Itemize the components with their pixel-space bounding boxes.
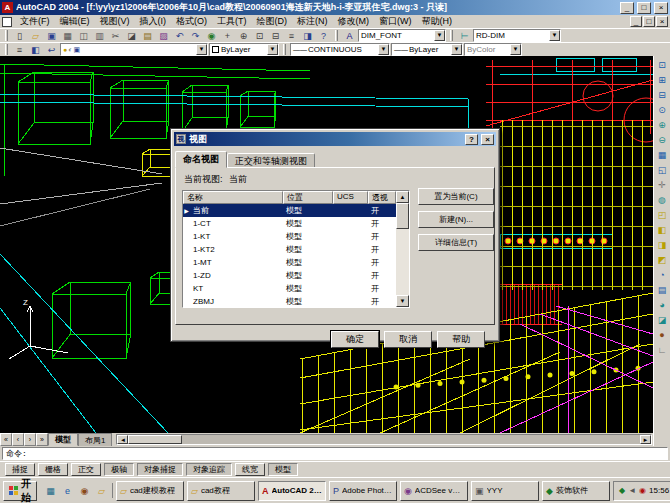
status-toggle-grid[interactable]: 栅格	[38, 463, 68, 476]
zoom-scale-icon[interactable]: ⊟	[655, 87, 670, 102]
ok-button[interactable]: 确定	[331, 331, 379, 348]
dialog-title-bar[interactable]: 视 视图 ? ×	[174, 132, 496, 146]
left-view-icon[interactable]: ◨	[655, 237, 670, 252]
hide-icon[interactable]: ◪	[655, 312, 670, 327]
status-toggle-snap[interactable]: 捕捉	[5, 463, 35, 476]
help-icon[interactable]: ?	[316, 29, 331, 42]
zoom-dynamic-icon[interactable]: ⊞	[655, 72, 670, 87]
view-list-row[interactable]: ZBMJ模型开	[183, 295, 409, 307]
command-prompt[interactable]: 命令:	[2, 447, 668, 460]
folder-shortcut-icon[interactable]: ▱	[94, 483, 109, 498]
view-list-row[interactable]: ▶当前模型开	[183, 204, 409, 217]
close-button[interactable]: ×	[654, 2, 668, 14]
views-list-scrollbar[interactable]: ▲ ▼	[396, 191, 409, 307]
views-list[interactable]: 名称位置UCS透视 ▶当前模型开1-CT模型开1-KT模型开1-KT2模型开1-…	[182, 190, 410, 308]
view-list-row[interactable]: 1-KT2模型开	[183, 243, 409, 256]
column-header-2[interactable]: UCS	[333, 191, 368, 204]
color-combo[interactable]: ByLayer ▼	[209, 43, 279, 56]
pan-icon[interactable]: +	[220, 29, 235, 42]
zoom-in-icon[interactable]: ⊕	[655, 117, 670, 132]
zoom-center-icon[interactable]: ⊙	[655, 102, 670, 117]
tab-layout1[interactable]: 布局1	[78, 433, 112, 446]
chevron-down-icon[interactable]: ▼	[434, 30, 445, 41]
publish-icon[interactable]: ▥	[92, 29, 107, 42]
tab-named-views[interactable]: 命名视图	[175, 151, 227, 168]
designcenter-icon[interactable]: ◨	[300, 29, 315, 42]
view-list-row[interactable]: 1-KT模型开	[183, 230, 409, 243]
horizontal-scrollbar[interactable]: ◄ ►	[116, 434, 652, 445]
open-icon[interactable]: ▱	[28, 29, 43, 42]
text-style-icon[interactable]: A	[342, 29, 357, 42]
column-header-0[interactable]: 名称	[183, 191, 283, 204]
doc-restore-button[interactable]: □	[643, 16, 655, 27]
task-autocad[interactable]: AAutoCAD 200...	[258, 481, 326, 501]
insert-hyperlink-icon[interactable]: ◉	[204, 29, 219, 42]
lineweight-combo[interactable]: —— ByLayer ▼	[391, 43, 463, 56]
dim-style-combo[interactable]: RD-DIM ▼	[473, 29, 561, 42]
menu-help[interactable]: 帮助(H)	[417, 15, 458, 28]
start-button[interactable]: 开始	[3, 481, 37, 501]
layers-icon[interactable]: ◧	[28, 43, 43, 56]
se-isometric-icon[interactable]: ◩	[655, 252, 670, 267]
set-current-button[interactable]: 置为当前(C)	[418, 188, 494, 205]
scrollbar-thumb[interactable]	[396, 203, 409, 229]
shade-icon[interactable]: ◕	[655, 297, 670, 312]
column-header-3[interactable]: 透视	[368, 191, 396, 204]
input-method-icon[interactable]: ◆	[619, 486, 625, 495]
scroll-right-icon[interactable]: ►	[640, 435, 651, 444]
menu-modify[interactable]: 修改(M)	[333, 15, 375, 28]
task-decor-software[interactable]: ◆装饰软件	[542, 481, 610, 501]
media-player-icon[interactable]: ◉	[77, 483, 92, 498]
help-button[interactable]: 帮助	[437, 331, 485, 348]
new-button[interactable]: 新建(N)...	[418, 211, 494, 228]
scroll-up-icon[interactable]: ▲	[396, 191, 409, 203]
task-cad-modeling-tutorial[interactable]: ▱cad建模教程	[116, 481, 184, 501]
drawing-viewport[interactable]: Z 视 视图 ? × 命名视图正交和等轴测视图 当前视图: 当前	[0, 56, 653, 446]
tab-nav-icon-1[interactable]: ‹	[12, 433, 24, 446]
menu-window[interactable]: 窗口(W)	[374, 15, 417, 28]
task-acdsee[interactable]: ◉ACDSee v3.1...	[400, 481, 468, 501]
scroll-down-icon[interactable]: ▼	[396, 295, 409, 307]
render-icon[interactable]: ●	[655, 327, 670, 342]
column-header-1[interactable]: 位置	[283, 191, 333, 204]
tab-nav-icon-0[interactable]: «	[0, 433, 12, 446]
new-file-icon[interactable]: ▯	[12, 29, 27, 42]
menu-view[interactable]: 视图(V)	[95, 15, 135, 28]
zoom-window-icon[interactable]: ⊡	[252, 29, 267, 42]
dim-style-icon[interactable]: ⊢	[457, 29, 472, 42]
volume-icon[interactable]: ◄	[628, 486, 636, 495]
status-toggle-lwt[interactable]: 线宽	[235, 463, 265, 476]
task-yyy[interactable]: ▣YYY	[471, 481, 539, 501]
status-toggle-polar[interactable]: 极轴	[104, 463, 134, 476]
cancel-button[interactable]: 取消	[384, 331, 432, 348]
status-toggle-osnap[interactable]: 对象捕捉	[137, 463, 183, 476]
chevron-down-icon[interactable]: ▼	[378, 44, 389, 55]
dialog-close-button[interactable]: ×	[481, 134, 494, 145]
chevron-down-icon[interactable]: ▼	[196, 44, 207, 55]
layer-combo[interactable]: ●◐▣ ▼	[60, 43, 208, 56]
zoom-previous-icon[interactable]: ⊟	[268, 29, 283, 42]
menu-edit[interactable]: 编辑(E)	[55, 15, 95, 28]
view-list-row[interactable]: 1-CT模型开	[183, 217, 409, 230]
plot-preview-icon[interactable]: ◫	[76, 29, 91, 42]
chevron-down-icon[interactable]: ▼	[451, 44, 462, 55]
doc-close-button[interactable]: ×	[656, 16, 668, 27]
top-view-icon[interactable]: ◰	[655, 207, 670, 222]
plot-icon[interactable]: ▦	[60, 29, 75, 42]
tab-nav-icon-3[interactable]: »	[36, 433, 48, 446]
menu-draw[interactable]: 绘图(D)	[252, 15, 293, 28]
layer-previous-icon[interactable]: ↩	[44, 43, 59, 56]
zoom-all-icon[interactable]: ▦	[655, 147, 670, 162]
details-button[interactable]: 详细信息(T)	[418, 234, 494, 251]
status-toggle-ortho[interactable]: 正交	[71, 463, 101, 476]
chevron-down-icon[interactable]: ▼	[549, 30, 560, 41]
maximize-button[interactable]: □	[637, 2, 651, 14]
scrollbar-track[interactable]	[396, 203, 409, 295]
menu-file[interactable]: 文件(F)	[15, 15, 55, 28]
status-toggle-model[interactable]: 模型	[268, 463, 298, 476]
save-icon[interactable]: ▣	[44, 29, 59, 42]
ucs-icon[interactable]: ∟	[655, 342, 670, 357]
hscroll-thumb[interactable]	[128, 435, 182, 444]
show-desktop-icon[interactable]: ▦	[43, 483, 58, 498]
antivirus-icon[interactable]: ◉	[639, 486, 646, 495]
